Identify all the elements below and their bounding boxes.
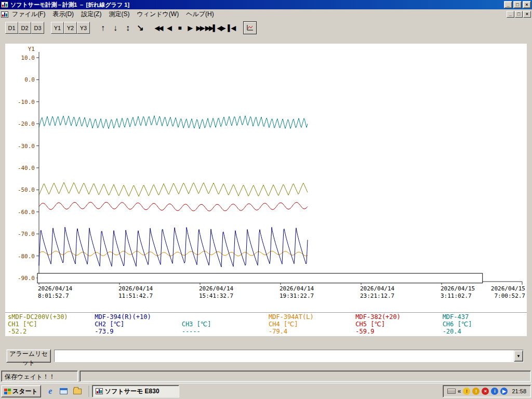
- y-tick-label: -40.0: [18, 165, 35, 171]
- chart-panel: Y110.00.0-10.0-20.0-30.0-40.0-50.0-60.0-…: [5, 44, 527, 336]
- x-tick-date: 2026/04/15: [441, 285, 475, 292]
- legend-channel-3: CH3 [℃]-----: [179, 313, 266, 336]
- desktop-icon[interactable]: [59, 386, 69, 396]
- scroll-up-button[interactable]: ↑: [97, 22, 109, 34]
- stop-button[interactable]: ■: [174, 22, 184, 34]
- warning-icon[interactable]: !: [463, 388, 470, 395]
- channel-value: -52.2: [8, 328, 91, 335]
- channel-value: -59.9: [355, 328, 438, 335]
- play-icon[interactable]: ▶: [500, 388, 508, 395]
- x-tick-time: 8:01:52.7: [38, 292, 69, 299]
- y-tick-label: 10.0: [21, 55, 35, 61]
- latest-data-button[interactable]: ▶▶▌: [205, 22, 216, 34]
- statusbar: 保存ウェイト！！: [0, 369, 532, 383]
- combo-value[interactable]: [55, 350, 514, 362]
- legend-channel-1: sMDF-DC200V(+30)CH1 [℃]-52.2: [5, 313, 92, 336]
- start-label: スタート: [12, 387, 38, 396]
- fit-vertical-button[interactable]: ↕: [122, 22, 134, 34]
- alarm-combobox[interactable]: ▼: [54, 350, 524, 362]
- menu-item-1[interactable]: 表示(D): [49, 9, 77, 20]
- menubar: ファイル(F)表示(D)設定(Z)測定(S)ウィンドウ(W)ヘルプ(H) _ □…: [0, 9, 532, 19]
- internet-explorer-icon[interactable]: e: [45, 386, 56, 396]
- display-button-d1[interactable]: D1: [5, 22, 18, 34]
- menu-item-4[interactable]: ウィンドウ(W): [133, 9, 182, 20]
- mdi-minimize-button[interactable]: _: [507, 11, 514, 18]
- y-tick-label: -80.0: [18, 253, 35, 260]
- info-icon[interactable]: i: [491, 388, 498, 395]
- menu-item-3[interactable]: 測定(S): [105, 9, 133, 20]
- channel-label: CH5 [℃]: [355, 321, 438, 328]
- first-data-button[interactable]: ▌◀: [226, 22, 236, 34]
- menu-item-2[interactable]: 設定(Z): [77, 9, 105, 20]
- restore-button[interactable]: □: [513, 1, 522, 8]
- x-tick-time: 11:51:42.7: [118, 292, 153, 299]
- x-tick-date: 2026/04/14: [199, 285, 234, 292]
- alert-icon[interactable]: !: [472, 388, 480, 395]
- start-button[interactable]: スタート: [1, 385, 41, 397]
- close-button[interactable]: ×: [523, 1, 531, 8]
- line-chart: Y110.00.0-10.0-20.0-30.0-40.0-50.0-60.0-…: [5, 44, 527, 312]
- system-tray: « !!×i▶ 21:58: [443, 385, 531, 397]
- graph-window-button[interactable]: [243, 21, 257, 34]
- menu-item-5[interactable]: ヘルプ(H): [182, 9, 218, 20]
- scroll-home-button[interactable]: ◀◀: [153, 22, 164, 34]
- scroll-right-button[interactable]: ▶: [184, 22, 195, 34]
- task-app-icon: [96, 388, 103, 394]
- display-button-d3[interactable]: D3: [31, 22, 44, 34]
- minimize-button[interactable]: _: [504, 1, 512, 8]
- legend-channel-5: MDF-382(+20)CH5 [℃]-59.9: [353, 313, 440, 336]
- y-tick-label: 0.0: [24, 76, 35, 83]
- y-tick-label: -70.0: [18, 231, 35, 237]
- channel-value: -----: [182, 328, 265, 335]
- axis-button-y1[interactable]: Y1: [51, 22, 64, 34]
- titlebar[interactable]: ソフトサーモ計測－計測1 － [折れ線グラフ 1] _ □ ×: [0, 0, 532, 9]
- axis-button-y3[interactable]: Y3: [77, 22, 90, 34]
- y-axis-label: Y1: [28, 46, 35, 52]
- y-tick-label: -90.0: [18, 275, 35, 282]
- y-tick-label: -30.0: [18, 143, 35, 150]
- sensor-name: [182, 313, 265, 321]
- scroll-range-box[interactable]: [37, 273, 483, 283]
- mdi-restore-button[interactable]: □: [515, 11, 523, 18]
- keyboard-icon[interactable]: [447, 389, 456, 394]
- expand-x-button[interactable]: ◀▶: [216, 22, 226, 34]
- taskbar-task-button[interactable]: ソフトサーモ E830: [92, 385, 179, 397]
- y-tick-label: -60.0: [18, 209, 35, 216]
- sensor-name: MDF-437: [443, 313, 526, 321]
- x-tick-date: 2026/04/15: [491, 285, 525, 292]
- y-tick-label: -20.0: [18, 121, 35, 127]
- x-tick-date: 2026/04/14: [38, 285, 73, 292]
- legend-channel-4: MDF-394AT(L)CH4 [℃]-79.4: [266, 313, 353, 336]
- menu-item-0[interactable]: ファイル(F): [8, 9, 49, 20]
- hide-icons-chevron[interactable]: «: [458, 388, 461, 395]
- zoom-corner-button[interactable]: ↘: [134, 22, 147, 34]
- mdi-window-buttons: _ □ ×: [506, 11, 531, 18]
- x-tick-date: 2026/04/14: [118, 285, 153, 292]
- status-message: 保存ウェイト！！: [1, 370, 78, 382]
- media-buttons: ◀◀◀■▶▶▶▶▶▌◀▶▌◀: [153, 22, 236, 34]
- axis-button-y2[interactable]: Y2: [64, 22, 77, 34]
- y-tick-label: -50.0: [18, 187, 35, 193]
- channel-legend: sMDF-DC200V(+30)CH1 [℃]-52.2MDF-394(R)(+…: [5, 312, 527, 336]
- scroll-down-button[interactable]: ↓: [109, 22, 122, 34]
- taskbar-separator: [89, 385, 90, 397]
- channel-label: CH4 [℃]: [269, 321, 352, 328]
- folder-icon[interactable]: [72, 386, 83, 396]
- mdi-close-button[interactable]: ×: [523, 11, 531, 18]
- display-button-d2[interactable]: D2: [18, 22, 31, 34]
- x-tick-time: 23:21:12.7: [360, 292, 394, 299]
- combo-dropdown-button[interactable]: ▼: [514, 350, 523, 362]
- quick-launch: e: [45, 386, 83, 396]
- scroll-left-button[interactable]: ◀: [164, 22, 174, 34]
- scroll-end-button[interactable]: ▶▶: [195, 22, 205, 34]
- alarm-reset-button[interactable]: アラームリセット: [6, 349, 51, 363]
- arrow-buttons: ↑↓↕↘: [97, 22, 147, 34]
- taskbar: スタート e ソフトサーモ E830 « !!×i▶ 21:58: [0, 383, 532, 399]
- axis-buttons: Y1Y2Y3: [51, 22, 90, 34]
- channel-label: CH6 [℃]: [443, 321, 526, 328]
- series-ch5: [39, 202, 308, 211]
- chevron-down-icon: ▼: [516, 354, 521, 358]
- mdi-child-icon[interactable]: [1, 11, 8, 18]
- error-icon[interactable]: ×: [482, 388, 489, 395]
- y-tick-label: -10.0: [18, 99, 35, 105]
